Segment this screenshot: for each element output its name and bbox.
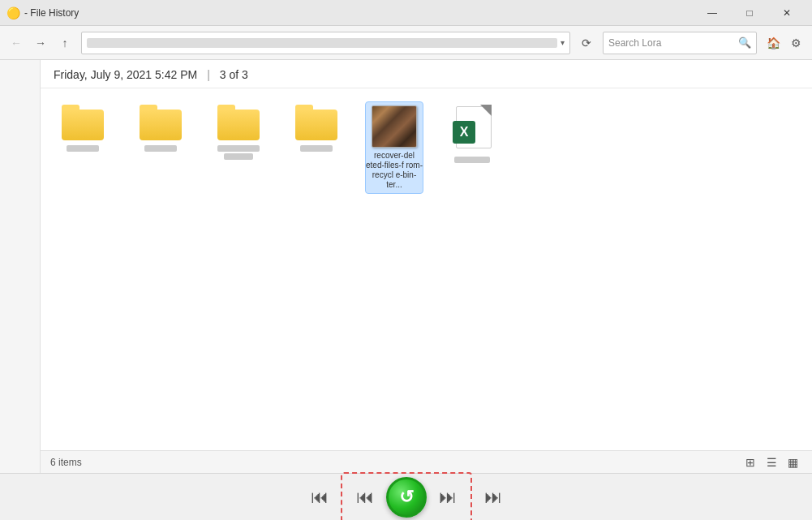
date-header: Friday, July 9, 2021 5:42 PM | 3 of 3 <box>41 60 812 88</box>
file-label: recover-del eted-files-f rom-recycl e-bi… <box>365 151 423 190</box>
details-view-button[interactable]: ☰ <box>762 454 781 471</box>
restore-container: ⏮ ⏭ <box>341 472 472 521</box>
item-count: 6 items <box>50 457 82 468</box>
search-icon[interactable]: 🔍 <box>738 37 751 49</box>
list-item[interactable] <box>209 101 268 165</box>
bottom-bar: ⏮ ⏮ ⏭ ⏭ <box>0 473 812 520</box>
window-title: - File History <box>24 7 694 19</box>
file-area: recover-del eted-files-f rom-recycl e-bi… <box>41 88 812 450</box>
back-button[interactable]: ← <box>5 32 28 54</box>
close-button[interactable]: ✕ <box>768 0 806 26</box>
list-item[interactable] <box>131 101 190 157</box>
page-info: 3 of 3 <box>220 68 248 81</box>
search-placeholder: Search Lora <box>608 37 738 49</box>
next-version-button[interactable]: ⏭ <box>433 483 462 512</box>
status-bar: 6 items ⊞ ☰ ▦ <box>41 450 812 473</box>
sidebar <box>0 60 41 473</box>
large-icons-view-button[interactable]: ⊞ <box>741 454 760 471</box>
restore-button[interactable] <box>386 477 427 518</box>
list-view-button[interactable]: ▦ <box>783 454 802 471</box>
app-icon: 🟡 <box>6 6 19 19</box>
main-area: Friday, July 9, 2021 5:42 PM | 3 of 3 <box>0 60 812 473</box>
list-item[interactable]: recover-del eted-files-f rom-recycl e-bi… <box>365 101 423 194</box>
list-item[interactable] <box>287 101 346 157</box>
date-text: Friday, July 9, 2021 5:42 PM <box>54 68 197 81</box>
settings-button[interactable]: ⚙ <box>784 32 807 54</box>
list-item[interactable] <box>54 101 112 157</box>
address-bar[interactable]: ▾ <box>81 32 570 54</box>
forward-button[interactable]: → <box>29 32 52 54</box>
file-label <box>289 144 344 153</box>
title-bar: 🟡 - File History — □ ✕ <box>0 0 812 26</box>
address-text <box>87 38 557 48</box>
address-chevron-icon: ▾ <box>561 38 565 47</box>
file-label <box>445 152 500 165</box>
refresh-button[interactable]: ⟳ <box>575 32 598 54</box>
file-label <box>133 144 188 153</box>
maximize-button[interactable]: □ <box>731 0 768 26</box>
folder-icon <box>217 105 260 140</box>
folder-icon <box>295 105 337 140</box>
excel-file-icon: X <box>453 105 492 148</box>
window-controls: — □ ✕ <box>694 0 806 26</box>
list-item[interactable]: X <box>443 101 501 168</box>
previous-version-button[interactable]: ⏮ <box>350 483 380 512</box>
up-button[interactable]: ↑ <box>54 32 76 54</box>
image-file-icon <box>372 105 417 148</box>
view-controls: ⊞ ☰ ▦ <box>741 454 802 471</box>
date-divider: | <box>207 68 210 81</box>
file-label <box>55 144 110 153</box>
folder-icon <box>140 105 182 140</box>
first-page-button[interactable]: ⏮ <box>305 483 334 512</box>
last-page-button[interactable]: ⏭ <box>479 483 508 512</box>
home-button[interactable]: 🏠 <box>762 32 784 54</box>
minimize-button[interactable]: — <box>694 0 731 26</box>
nav-bar: ← → ↑ ▾ ⟳ Search Lora 🔍 🏠 ⚙ <box>0 26 812 60</box>
nav-right-buttons: 🏠 ⚙ <box>762 32 807 54</box>
content-panel: Friday, July 9, 2021 5:42 PM | 3 of 3 <box>41 60 812 473</box>
search-bar[interactable]: Search Lora 🔍 <box>603 32 757 54</box>
folder-icon <box>62 105 104 140</box>
file-label <box>211 144 266 161</box>
